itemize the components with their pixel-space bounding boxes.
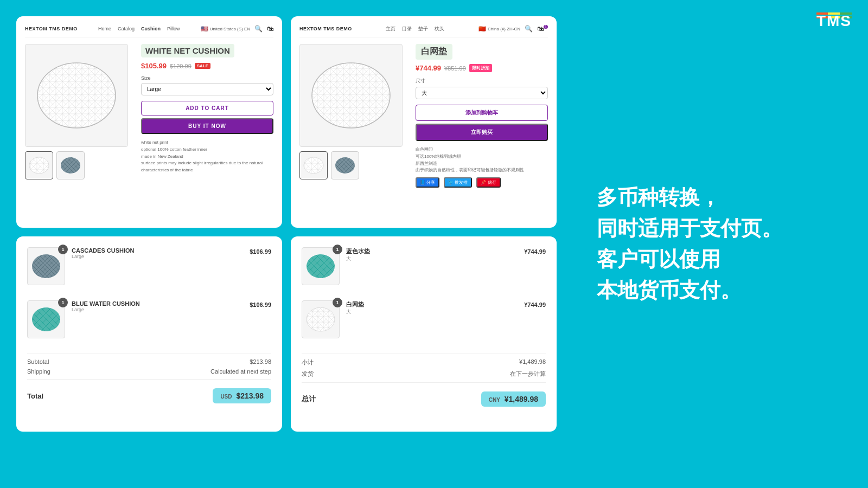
shipping-label-en: Shipping xyxy=(27,368,50,375)
product-image-area-en xyxy=(25,44,133,179)
cart-item-price-1-zh: ¥744.99 xyxy=(524,247,546,255)
locale-label-zh: China (¥) ZH-CN xyxy=(488,27,520,31)
price-current-en: $105.99 xyxy=(141,62,167,70)
cart-item-1-zh: 1 蓝色水垫 大 ¥744.99 xyxy=(302,247,546,293)
cart-item-name-2-zh: 白网垫 xyxy=(346,300,518,309)
product-info-en: WHITE NET CUSHION $105.99 $120.99 SALE S… xyxy=(141,44,273,179)
total-value-zh: ¥1,489.98 xyxy=(505,395,538,403)
size-select-en[interactable]: Large Small xyxy=(141,83,273,95)
product-info-zh: 白网垫 ¥744.99 ¥851.99 限时折扣 尺寸 大 小 添加到购物车 立… xyxy=(416,44,548,188)
cart-item-size-1-en: Large xyxy=(72,254,243,259)
zh-desc-1: 白色网印 xyxy=(416,146,548,153)
subtotal-value-en: $213.98 xyxy=(250,358,271,365)
cart-icon-zh[interactable]: 🛍1 xyxy=(537,25,548,33)
cart-total-row-en: Total USD $213.98 xyxy=(27,388,271,403)
cart-item-price-1-en: $106.99 xyxy=(250,247,271,255)
thumb-2-zh[interactable] xyxy=(331,151,359,179)
store-logo-en: HEXTOM TMS DEMO xyxy=(25,26,78,31)
cart-item-size-1-zh: 大 xyxy=(346,255,518,262)
nav-catalog-zh[interactable]: 目录 xyxy=(402,25,412,33)
sale-badge-zh: 限时折扣 xyxy=(469,64,492,72)
size-label-en: Size xyxy=(141,75,273,81)
nav-cushion[interactable]: Cushion xyxy=(141,26,161,31)
cart-subtotal-row-zh: 小计 ¥1,489.98 xyxy=(302,358,546,367)
cart-item-details-1-en: CASCADES CUSHION Large xyxy=(72,247,243,259)
add-to-cart-button-en[interactable]: ADD TO CART xyxy=(141,101,273,115)
thumb-1-en[interactable] xyxy=(25,151,53,179)
svg-point-17 xyxy=(32,307,60,331)
social-share: 📘 分享 🐦 推发推 📌 储存 xyxy=(416,177,548,188)
total-label-en: Total xyxy=(27,392,43,400)
qty-badge-2-zh: 1 xyxy=(333,298,342,307)
main-promo-text: 多币种转换， 同时适用于支付页。 客户可以使用 本地货币支付。 xyxy=(597,182,825,306)
nav-pillow[interactable]: Pillow xyxy=(167,26,180,31)
buy-now-button-zh[interactable]: 立即购买 xyxy=(416,124,548,141)
cart-item-details-2-en: BLUE WATER CUSHION Large xyxy=(72,300,243,312)
share-facebook[interactable]: 📘 分享 xyxy=(416,177,439,188)
product-main-image-en xyxy=(25,44,128,147)
sale-badge-en: SALE xyxy=(195,63,210,69)
cart-item-details-2-zh: 白网垫 大 xyxy=(346,300,518,316)
size-select-zh[interactable]: 大 小 xyxy=(416,87,548,99)
store-header-en: HEXTOM TMS DEMO Home Catalog Cushion Pil… xyxy=(25,25,273,37)
price-row-zh: ¥744.99 ¥851.99 限时折扣 xyxy=(416,64,548,72)
zh-product-layout: 白网垫 ¥744.99 ¥851.99 限时折扣 尺寸 大 小 添加到购物车 立… xyxy=(299,44,548,188)
share-twitter[interactable]: 🐦 推发推 xyxy=(444,177,472,188)
price-row-en: $105.99 $120.99 SALE xyxy=(141,62,273,70)
svg-point-19 xyxy=(307,254,335,278)
svg-point-11 xyxy=(304,157,323,174)
shipping-value-en: Calculated at next step xyxy=(210,368,271,375)
nav-pillow-zh[interactable]: 枕头 xyxy=(435,25,444,33)
store-logo-zh: HEXTOM TMS DEMO xyxy=(299,26,352,31)
locale-label-en: United States (S) EN xyxy=(210,27,250,31)
locale-flag-en[interactable]: 🇺🇸 United States (S) EN xyxy=(201,25,250,33)
qty-badge-2-en: 1 xyxy=(58,298,68,307)
desc-line-1: white net print xyxy=(141,139,273,146)
cart-icon[interactable]: 🛍 xyxy=(267,25,273,33)
locale-flag-zh[interactable]: 🇨🇳 China (¥) ZH-CN xyxy=(478,25,520,33)
zh-desc-4: 由于织物的自然特性，表面印记可能包括轻微的不规则性 xyxy=(416,167,548,174)
desc-line-3: made in New Zealand xyxy=(141,153,273,160)
store-nav-right-en: 🇺🇸 United States (S) EN 🔍 🛍 xyxy=(201,25,273,33)
cart-item-img-2-en: 1 xyxy=(27,300,65,338)
svg-point-15 xyxy=(32,254,60,278)
cart-item-price-2-en: $106.99 xyxy=(250,300,271,308)
desc-line-4: surface prints may include slight irregu… xyxy=(141,160,273,174)
store-nav-right-zh: 🇨🇳 China (¥) ZH-CN 🔍 🛍1 xyxy=(478,25,548,33)
shipping-value-zh: 在下一步计算 xyxy=(510,370,546,378)
tms-logo: TMS xyxy=(816,11,852,18)
nav-home[interactable]: Home xyxy=(98,26,111,31)
cart-shipping-row-en: Shipping Calculated at next step xyxy=(27,368,271,375)
product-title-en: WHITE NET CUSHION xyxy=(141,44,234,57)
svg-point-21 xyxy=(307,307,335,331)
cart-item-name-1-en: CASCADES CUSHION xyxy=(72,247,243,254)
zh-desc-3: 新西兰制造 xyxy=(416,160,548,168)
nav-main-zh[interactable]: 主页 xyxy=(386,25,395,33)
nav-cushion-zh[interactable]: 垫子 xyxy=(418,25,428,33)
total-label-zh: 总计 xyxy=(302,394,316,404)
total-badge-zh: CNY ¥1,489.98 xyxy=(481,391,546,407)
cart-item-2-en: 1 BLUE WATER CUSHION Large $106.99 xyxy=(27,300,271,346)
svg-point-6 xyxy=(61,157,80,174)
subtotal-value-zh: ¥1,489.98 xyxy=(519,358,546,367)
product-layout-en: WHITE NET CUSHION $105.99 $120.99 SALE S… xyxy=(25,44,273,179)
zh-desc-2: 可选100%纯棉羽绒内胆 xyxy=(416,153,548,160)
search-icon[interactable]: 🔍 xyxy=(254,25,263,33)
panel-zh-cart: 1 蓝色水垫 大 ¥744.99 1 xyxy=(291,236,557,432)
cart-item-2-zh: 1 白网垫 大 ¥744.99 xyxy=(302,300,546,346)
cart-item-img-1-en: 1 xyxy=(27,247,65,285)
cart-divider-2-en xyxy=(27,379,271,380)
thumb-2-en[interactable] xyxy=(56,151,85,179)
price-original-zh: ¥851.99 xyxy=(444,65,466,72)
cart-divider-1-en xyxy=(27,354,271,354)
panel-zh-product: HEXTOM TMS DEMO 主页 目录 垫子 枕头 🇨🇳 China (¥)… xyxy=(291,16,557,228)
thumb-1-zh[interactable] xyxy=(299,151,328,179)
search-icon-zh[interactable]: 🔍 xyxy=(525,25,533,33)
cart-subtotal-row-en: Subtotal $213.98 xyxy=(27,358,271,365)
product-desc-en: white net print optional 100% cotton fea… xyxy=(141,139,273,174)
add-to-cart-button-zh[interactable]: 添加到购物车 xyxy=(416,105,548,121)
nav-catalog[interactable]: Catalog xyxy=(118,26,135,31)
cart-item-size-2-zh: 大 xyxy=(346,309,518,316)
share-pinterest[interactable]: 📌 储存 xyxy=(476,177,500,188)
buy-now-button-en[interactable]: BUY IT NOW xyxy=(141,118,273,134)
